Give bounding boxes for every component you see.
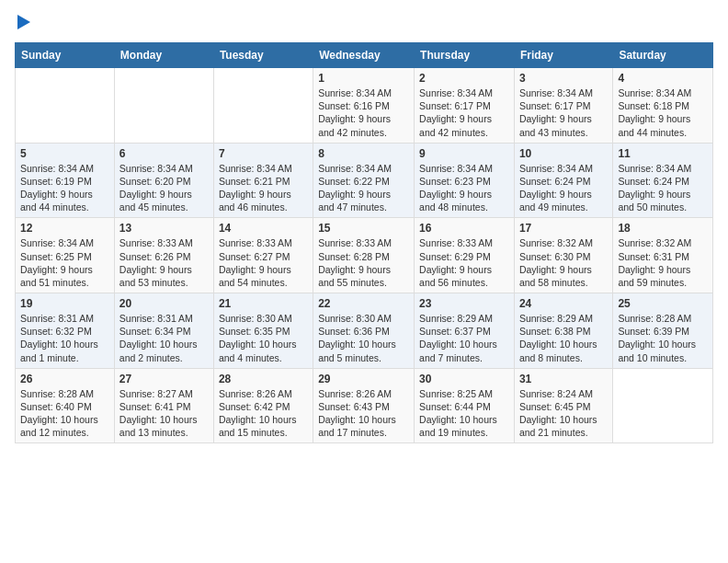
day-info: Sunrise: 8:34 AM Sunset: 6:17 PM Dayligh… xyxy=(519,86,608,139)
day-info: Sunrise: 8:34 AM Sunset: 6:17 PM Dayligh… xyxy=(419,86,509,139)
day-number: 15 xyxy=(318,222,409,235)
day-cell: 24Sunrise: 8:29 AM Sunset: 6:38 PM Dayli… xyxy=(514,293,612,369)
day-cell: 13Sunrise: 8:33 AM Sunset: 6:26 PM Dayli… xyxy=(114,218,213,293)
day-number: 5 xyxy=(20,147,109,160)
column-header-saturday: Saturday xyxy=(613,43,713,68)
day-info: Sunrise: 8:27 AM Sunset: 6:41 PM Dayligh… xyxy=(119,387,209,440)
day-info: Sunrise: 8:30 AM Sunset: 6:35 PM Dayligh… xyxy=(219,312,308,364)
day-cell: 14Sunrise: 8:33 AM Sunset: 6:27 PM Dayli… xyxy=(213,218,313,293)
week-row-4: 19Sunrise: 8:31 AM Sunset: 6:32 PM Dayli… xyxy=(16,293,713,369)
day-info: Sunrise: 8:33 AM Sunset: 6:26 PM Dayligh… xyxy=(119,236,209,289)
column-header-wednesday: Wednesday xyxy=(313,43,415,68)
day-info: Sunrise: 8:32 AM Sunset: 6:31 PM Dayligh… xyxy=(618,236,708,289)
day-info: Sunrise: 8:33 AM Sunset: 6:27 PM Dayligh… xyxy=(219,236,308,289)
day-cell: 17Sunrise: 8:32 AM Sunset: 6:30 PM Dayli… xyxy=(514,218,612,293)
day-cell: 10Sunrise: 8:34 AM Sunset: 6:24 PM Dayli… xyxy=(514,143,612,218)
day-number: 29 xyxy=(318,373,409,385)
day-info: Sunrise: 8:31 AM Sunset: 6:32 PM Dayligh… xyxy=(20,312,109,364)
day-number: 22 xyxy=(318,297,409,310)
day-number: 18 xyxy=(618,222,708,235)
day-cell xyxy=(613,368,713,443)
day-info: Sunrise: 8:28 AM Sunset: 6:40 PM Dayligh… xyxy=(20,387,109,440)
day-number: 7 xyxy=(219,147,308,160)
day-info: Sunrise: 8:25 AM Sunset: 6:44 PM Dayligh… xyxy=(419,387,509,440)
day-info: Sunrise: 8:32 AM Sunset: 6:30 PM Dayligh… xyxy=(519,236,608,289)
day-cell xyxy=(16,68,115,144)
day-cell: 23Sunrise: 8:29 AM Sunset: 6:37 PM Dayli… xyxy=(415,293,515,369)
day-info: Sunrise: 8:28 AM Sunset: 6:39 PM Dayligh… xyxy=(618,312,708,364)
column-header-friday: Friday xyxy=(514,43,612,68)
calendar-table: SundayMondayTuesdayWednesdayThursdayFrid… xyxy=(15,42,713,443)
day-cell: 15Sunrise: 8:33 AM Sunset: 6:28 PM Dayli… xyxy=(313,218,415,293)
day-cell: 16Sunrise: 8:33 AM Sunset: 6:29 PM Dayli… xyxy=(415,218,515,293)
day-number: 23 xyxy=(419,297,509,310)
day-info: Sunrise: 8:26 AM Sunset: 6:43 PM Dayligh… xyxy=(318,387,409,440)
day-number: 26 xyxy=(20,373,109,385)
day-info: Sunrise: 8:34 AM Sunset: 6:24 PM Dayligh… xyxy=(519,162,608,214)
day-info: Sunrise: 8:34 AM Sunset: 6:23 PM Dayligh… xyxy=(419,162,509,214)
day-number: 14 xyxy=(219,222,308,235)
day-info: Sunrise: 8:30 AM Sunset: 6:36 PM Dayligh… xyxy=(318,312,409,364)
day-info: Sunrise: 8:34 AM Sunset: 6:19 PM Dayligh… xyxy=(20,162,109,214)
day-cell xyxy=(213,68,313,144)
day-cell: 25Sunrise: 8:28 AM Sunset: 6:39 PM Dayli… xyxy=(613,293,713,369)
day-number: 20 xyxy=(119,297,209,310)
day-cell: 1Sunrise: 8:34 AM Sunset: 6:16 PM Daylig… xyxy=(313,68,415,144)
day-cell: 19Sunrise: 8:31 AM Sunset: 6:32 PM Dayli… xyxy=(16,293,115,369)
day-cell: 2Sunrise: 8:34 AM Sunset: 6:17 PM Daylig… xyxy=(415,68,515,144)
day-info: Sunrise: 8:33 AM Sunset: 6:28 PM Dayligh… xyxy=(318,236,409,289)
day-cell: 6Sunrise: 8:34 AM Sunset: 6:20 PM Daylig… xyxy=(114,143,213,218)
day-number: 25 xyxy=(618,297,708,310)
day-cell: 9Sunrise: 8:34 AM Sunset: 6:23 PM Daylig… xyxy=(415,143,515,218)
day-number: 10 xyxy=(519,147,608,160)
day-number: 21 xyxy=(219,297,308,310)
day-number: 13 xyxy=(119,222,209,235)
week-row-2: 5Sunrise: 8:34 AM Sunset: 6:19 PM Daylig… xyxy=(16,143,713,218)
day-cell: 12Sunrise: 8:34 AM Sunset: 6:25 PM Dayli… xyxy=(16,218,115,293)
column-header-tuesday: Tuesday xyxy=(213,43,313,68)
day-info: Sunrise: 8:34 AM Sunset: 6:20 PM Dayligh… xyxy=(119,162,209,214)
day-number: 8 xyxy=(318,147,409,160)
day-info: Sunrise: 8:24 AM Sunset: 6:45 PM Dayligh… xyxy=(519,387,608,440)
day-cell: 29Sunrise: 8:26 AM Sunset: 6:43 PM Dayli… xyxy=(313,368,415,443)
day-cell: 4Sunrise: 8:34 AM Sunset: 6:18 PM Daylig… xyxy=(613,68,713,144)
day-cell: 5Sunrise: 8:34 AM Sunset: 6:19 PM Daylig… xyxy=(16,143,115,218)
page-header xyxy=(15,15,713,31)
day-cell: 18Sunrise: 8:32 AM Sunset: 6:31 PM Dayli… xyxy=(613,218,713,293)
day-cell: 20Sunrise: 8:31 AM Sunset: 6:34 PM Dayli… xyxy=(114,293,213,369)
day-cell: 31Sunrise: 8:24 AM Sunset: 6:45 PM Dayli… xyxy=(514,368,612,443)
column-header-thursday: Thursday xyxy=(415,43,515,68)
column-header-monday: Monday xyxy=(114,43,213,68)
logo xyxy=(15,15,30,31)
day-cell: 28Sunrise: 8:26 AM Sunset: 6:42 PM Dayli… xyxy=(213,368,313,443)
day-number: 19 xyxy=(20,297,109,310)
day-number: 17 xyxy=(519,222,608,235)
day-info: Sunrise: 8:34 AM Sunset: 6:21 PM Dayligh… xyxy=(219,162,308,214)
week-row-1: 1Sunrise: 8:34 AM Sunset: 6:16 PM Daylig… xyxy=(16,68,713,144)
day-number: 6 xyxy=(119,147,209,160)
day-cell: 11Sunrise: 8:34 AM Sunset: 6:24 PM Dayli… xyxy=(613,143,713,218)
day-number: 11 xyxy=(618,147,708,160)
day-cell: 30Sunrise: 8:25 AM Sunset: 6:44 PM Dayli… xyxy=(415,368,515,443)
week-row-5: 26Sunrise: 8:28 AM Sunset: 6:40 PM Dayli… xyxy=(16,368,713,443)
day-info: Sunrise: 8:29 AM Sunset: 6:37 PM Dayligh… xyxy=(419,312,509,364)
day-info: Sunrise: 8:34 AM Sunset: 6:25 PM Dayligh… xyxy=(20,236,109,289)
day-number: 3 xyxy=(519,72,608,85)
day-number: 28 xyxy=(219,373,308,385)
day-cell: 8Sunrise: 8:34 AM Sunset: 6:22 PM Daylig… xyxy=(313,143,415,218)
day-info: Sunrise: 8:34 AM Sunset: 6:16 PM Dayligh… xyxy=(318,86,409,139)
day-cell: 21Sunrise: 8:30 AM Sunset: 6:35 PM Dayli… xyxy=(213,293,313,369)
column-header-sunday: Sunday xyxy=(16,43,115,68)
day-info: Sunrise: 8:34 AM Sunset: 6:24 PM Dayligh… xyxy=(618,162,708,214)
day-number: 27 xyxy=(119,373,209,385)
day-cell: 26Sunrise: 8:28 AM Sunset: 6:40 PM Dayli… xyxy=(16,368,115,443)
day-number: 2 xyxy=(419,72,509,85)
day-number: 31 xyxy=(519,373,608,385)
week-row-3: 12Sunrise: 8:34 AM Sunset: 6:25 PM Dayli… xyxy=(16,218,713,293)
day-cell: 22Sunrise: 8:30 AM Sunset: 6:36 PM Dayli… xyxy=(313,293,415,369)
day-number: 1 xyxy=(318,72,409,85)
day-number: 16 xyxy=(419,222,509,235)
day-info: Sunrise: 8:33 AM Sunset: 6:29 PM Dayligh… xyxy=(419,236,509,289)
day-info: Sunrise: 8:26 AM Sunset: 6:42 PM Dayligh… xyxy=(219,387,308,440)
day-number: 12 xyxy=(20,222,109,235)
